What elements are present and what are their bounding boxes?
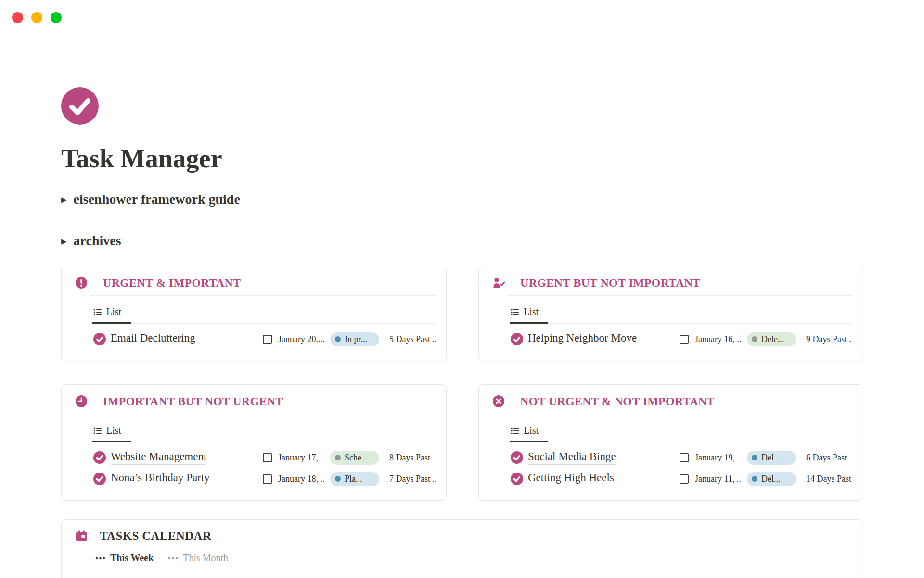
task-done-check-icon[interactable] xyxy=(511,333,523,345)
task-due-date[interactable]: January 17, ... xyxy=(278,453,324,463)
chevron-right-icon: ▶ xyxy=(61,197,67,204)
task-due-date[interactable]: January 19, ... xyxy=(695,453,741,463)
task-done-check-icon[interactable] xyxy=(93,473,106,485)
task-done-check-icon[interactable] xyxy=(511,473,523,485)
tab-label: List xyxy=(106,306,121,317)
days-past-label: 14 Days Past ... xyxy=(806,474,852,484)
task-name-link[interactable]: Website Management xyxy=(111,450,206,465)
close-window-button[interactable] xyxy=(12,12,23,23)
card-important-not-urgent: IMPORTANT BUT NOT URGENT List xyxy=(61,384,447,501)
status-badge[interactable]: Del... xyxy=(747,472,796,486)
chevron-right-icon: ▶ xyxy=(61,238,67,245)
divider xyxy=(90,414,436,414)
table-row: Getting High Heels January 11, ... Del..… xyxy=(511,468,852,489)
task-name-link[interactable]: Social Media Binge xyxy=(528,450,616,465)
quadrant-title: URGENT BUT NOT IMPORTANT xyxy=(520,276,701,289)
table-row: Nona’s Birthday Party January 18, ... Pl… xyxy=(93,468,436,489)
days-past-label: 7 Days Past ... xyxy=(389,474,436,484)
dots-icon xyxy=(168,557,178,560)
list-icon xyxy=(511,426,519,435)
alert-circle-icon xyxy=(75,276,88,289)
status-label: Del... xyxy=(761,453,781,463)
task-due-date[interactable]: January 20,... xyxy=(278,334,324,344)
task-checkbox[interactable] xyxy=(263,335,272,344)
task-checkbox[interactable] xyxy=(263,474,272,484)
status-badge[interactable]: Dele... xyxy=(747,332,796,346)
task-checkbox[interactable] xyxy=(263,453,272,462)
divider xyxy=(508,414,852,414)
table-row: Social Media Binge January 19, ... Del..… xyxy=(511,447,852,468)
check-circle-page-icon[interactable] xyxy=(61,87,99,125)
toggle-eisenhower-framework-guide[interactable]: ▶ eisenhower framework guide xyxy=(61,191,863,208)
task-done-check-icon[interactable] xyxy=(93,333,106,345)
tab-list[interactable]: List xyxy=(92,425,131,442)
task-checkbox[interactable] xyxy=(680,474,689,484)
status-dot-icon xyxy=(752,476,757,482)
tab-this-week[interactable]: This Week xyxy=(95,552,154,564)
task-due-date[interactable]: January 18, ... xyxy=(278,474,324,484)
zoom-window-button[interactable] xyxy=(51,12,62,23)
calendar-icon xyxy=(75,530,88,542)
window-controls xyxy=(12,12,62,23)
status-label: Dele... xyxy=(761,334,784,344)
divider xyxy=(508,295,852,296)
status-dot-icon xyxy=(752,455,757,460)
divider xyxy=(90,295,436,296)
clock-icon xyxy=(75,395,88,407)
minimize-window-button[interactable] xyxy=(31,12,42,23)
dots-icon xyxy=(95,557,105,560)
task-name-link[interactable]: Getting High Heels xyxy=(528,472,614,486)
page: Task Manager ▶ eisenhower framework guid… xyxy=(0,0,924,578)
tab-list[interactable]: List xyxy=(92,306,131,324)
tab-label: List xyxy=(524,425,539,436)
tab-list[interactable]: List xyxy=(510,425,548,442)
task-due-date[interactable]: January 11, ... xyxy=(695,474,741,484)
status-badge[interactable]: Pla... xyxy=(330,472,379,486)
task-done-check-icon[interactable] xyxy=(93,451,106,464)
status-dot-icon xyxy=(752,336,757,342)
card-urgent-not-important: URGENT BUT NOT IMPORTANT List xyxy=(478,266,863,361)
status-badge[interactable]: Del... xyxy=(747,451,796,465)
quadrant-title: URGENT & IMPORTANT xyxy=(103,276,241,289)
quadrant-grid: URGENT & IMPORTANT List xyxy=(61,266,863,501)
days-past-label: 6 Days Past ... xyxy=(806,453,852,463)
task-name-link[interactable]: Nona’s Birthday Party xyxy=(111,472,210,486)
list-icon xyxy=(511,308,519,316)
task-name-link[interactable]: Helping Neighbor Move xyxy=(528,332,637,346)
status-badge[interactable]: Sche... xyxy=(330,451,379,465)
status-label: Sche... xyxy=(345,453,368,463)
status-label: Pla... xyxy=(345,474,362,484)
table-row: Website Management January 17, ... Sche.… xyxy=(93,447,436,468)
status-label: Del... xyxy=(761,474,781,484)
task-checkbox[interactable] xyxy=(680,335,689,344)
tab-label: List xyxy=(524,306,539,317)
status-dot-icon xyxy=(335,336,341,342)
list-icon xyxy=(93,426,102,435)
days-past-label: 5 Days Past ... xyxy=(389,334,436,344)
days-past-label: 9 Days Past ... xyxy=(806,334,852,344)
quadrant-title: IMPORTANT BUT NOT URGENT xyxy=(103,395,283,408)
task-done-check-icon[interactable] xyxy=(511,451,523,464)
table-row: Email Decluttering January 20,... In pr.… xyxy=(93,328,436,350)
task-checkbox[interactable] xyxy=(680,453,689,462)
list-icon xyxy=(93,308,102,316)
user-check-icon xyxy=(492,276,505,289)
days-past-label: 8 Days Past ... xyxy=(389,453,436,463)
tab-list[interactable]: List xyxy=(510,306,548,324)
card-urgent-important: URGENT & IMPORTANT List xyxy=(61,266,447,361)
x-circle-icon xyxy=(492,395,505,407)
toggle-label: archives xyxy=(74,233,121,249)
status-label: In pr... xyxy=(345,334,367,344)
task-name-link[interactable]: Email Decluttering xyxy=(111,332,195,346)
task-due-date[interactable]: January 16, ... xyxy=(695,334,741,344)
status-dot-icon xyxy=(335,455,341,460)
status-badge[interactable]: In pr... xyxy=(330,332,379,346)
card-not-urgent-not-important: NOT URGENT & NOT IMPORTANT List xyxy=(478,384,863,501)
status-dot-icon xyxy=(335,476,341,482)
calendar-title: TASKS CALENDAR xyxy=(100,529,211,543)
tab-this-month[interactable]: This Month xyxy=(168,552,228,564)
toggle-archives[interactable]: ▶ archives xyxy=(61,233,863,249)
tab-label: This Week xyxy=(110,552,154,564)
tab-label: List xyxy=(106,425,121,436)
quadrant-title: NOT URGENT & NOT IMPORTANT xyxy=(520,395,715,408)
